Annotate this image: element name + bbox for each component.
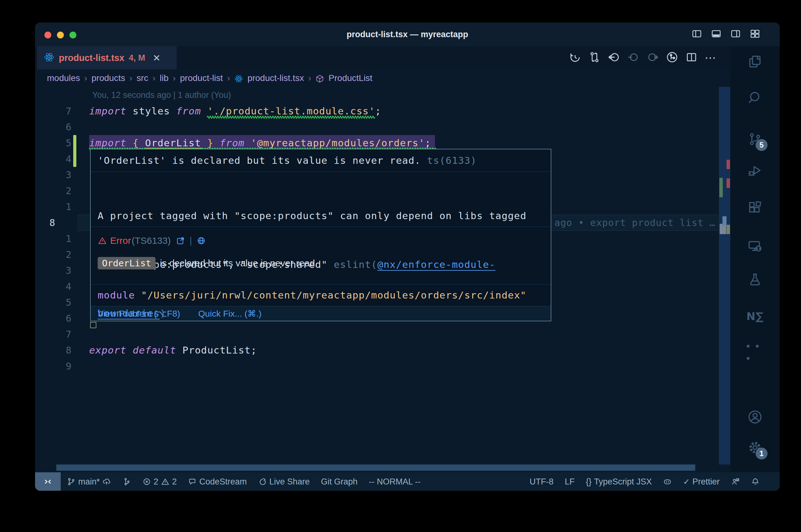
notifications-bell-item[interactable]: [751, 477, 760, 486]
account-icon[interactable]: [746, 408, 764, 426]
toggle-right-sidebar-icon[interactable]: [730, 28, 741, 40]
view-problem-action[interactable]: View Problem (⌥F8): [98, 308, 180, 319]
overview-ruler-warning-marker: [727, 225, 730, 234]
remote-explorer-icon[interactable]: [746, 238, 764, 255]
extensions-icon[interactable]: [746, 199, 764, 216]
split-editor-icon[interactable]: [685, 51, 698, 65]
gitlens-status-item[interactable]: [122, 477, 131, 486]
vscode-window: product-list.tsx — myreactapp product-li…: [35, 22, 780, 491]
next-change-icon[interactable]: [647, 51, 659, 65]
problems-status-item[interactable]: 2 2: [142, 477, 177, 487]
line-number: 2: [37, 247, 71, 263]
identifier: styles: [133, 105, 170, 117]
source-control-icon[interactable]: 5: [746, 130, 764, 148]
close-tab-icon[interactable]: ✕: [153, 53, 161, 63]
search-icon[interactable]: [746, 89, 764, 106]
overview-ruler-modified-marker: [719, 178, 723, 197]
modified-lines-gutter-indicator: [73, 135, 76, 167]
tab-bar: product-list.tsx 4, M ✕ ⋯: [35, 46, 730, 70]
breadcrumb-separator: ›: [153, 73, 156, 83]
warning-triangle-icon: [98, 236, 107, 245]
module-path-section: module "/Users/juri/nrwl/content/myreact…: [91, 284, 551, 306]
string-literal: './product-list.module.css': [207, 103, 375, 119]
breadcrumb-item[interactable]: products: [92, 73, 125, 83]
branch-status-item[interactable]: main*: [67, 477, 111, 487]
line-number: 7: [37, 103, 71, 119]
inline-blame-annotation: ago • export product list …: [554, 215, 715, 231]
remote-indicator[interactable]: [35, 472, 61, 491]
module-path: "/Users/juri/nrwl/content/myreactapp/mod…: [141, 289, 527, 301]
codestream-status-item[interactable]: CodeStream: [188, 477, 247, 487]
open-external-icon[interactable]: [176, 236, 185, 245]
customize-layout-icon[interactable]: [750, 28, 760, 40]
editor-actions: ⋯: [569, 46, 717, 70]
quick-fix-action[interactable]: Quick Fix... (⌘.): [198, 308, 261, 319]
timeline-history-icon[interactable]: [569, 51, 581, 65]
line-number: 8: [37, 342, 71, 358]
tab-product-list[interactable]: product-list.tsx 4, M ✕: [37, 46, 177, 70]
breadcrumb-item[interactable]: product-list.tsx: [248, 73, 304, 83]
prettier-status-item[interactable]: ✓Prettier: [683, 477, 720, 487]
line-number: 6: [37, 310, 71, 326]
navigate-back-icon[interactable]: [608, 51, 620, 65]
eslint-rule-link[interactable]: @nx/enforce-module-: [377, 259, 495, 270]
breadcrumb-item[interactable]: ProductList: [329, 73, 372, 83]
breadcrumb-item[interactable]: src: [137, 73, 148, 83]
line-number: 9: [37, 358, 71, 374]
language-status-item[interactable]: {}TypeScript JSX: [586, 477, 652, 487]
status-bar: main* 2 2 CodeStream Live Share Git Grap…: [35, 472, 780, 491]
copilot-status-item[interactable]: [663, 477, 672, 486]
live-share-status-item[interactable]: Live Share: [258, 477, 310, 487]
settings-gear-icon[interactable]: 1: [746, 439, 764, 456]
keyword: from: [176, 105, 201, 117]
ts-error-message: 'OrderList' is declared but its value is…: [98, 155, 421, 166]
code-line-import-styles[interactable]: import styles from './product-list.modul…: [89, 103, 381, 119]
breadcrumb-item[interactable]: product-list: [180, 73, 223, 83]
keyword: import: [89, 137, 126, 149]
window-title: product-list.tsx — myreactapp: [35, 22, 780, 46]
toggle-left-sidebar-icon[interactable]: [691, 28, 702, 40]
check-icon: ✓: [683, 477, 690, 487]
error-count: 2: [153, 477, 158, 487]
eol-status-item[interactable]: LF: [565, 477, 575, 487]
toggle-panel-icon[interactable]: [711, 28, 722, 40]
breadcrumb-separator: ›: [85, 73, 87, 83]
overview-ruler-error-marker: [727, 160, 730, 169]
line-number: 1: [37, 199, 71, 215]
vertical-scrollbar-track[interactable]: [719, 87, 730, 464]
horizontal-scrollbar-thumb[interactable]: [56, 464, 695, 471]
error-hover-tooltip: 'OrderList' is declared but its value is…: [90, 149, 551, 321]
line-number: 6: [37, 119, 71, 135]
previous-change-icon[interactable]: [627, 51, 640, 65]
encoding-status-item[interactable]: UTF-8: [530, 477, 554, 487]
ts-error-section: 'OrderList' is declared but its value is…: [91, 149, 551, 172]
line-number: 3: [37, 167, 71, 183]
test-beaker-icon[interactable]: [746, 271, 764, 288]
open-changes-icon[interactable]: [588, 51, 601, 65]
globe-icon[interactable]: [197, 236, 206, 245]
nx-console-icon[interactable]: N∑: [746, 308, 764, 325]
tooltip-resize-handle[interactable]: [90, 322, 96, 328]
symbol-badge: OrderList: [98, 257, 156, 269]
line-number: 2: [37, 183, 71, 199]
breadcrumb-item[interactable]: lib: [160, 73, 169, 83]
feedback-status-item[interactable]: [731, 477, 740, 486]
publish-cloud-icon: [102, 477, 111, 486]
git-graph-run-icon[interactable]: [666, 51, 678, 65]
source-control-badge: 5: [756, 139, 767, 151]
live-share-icon: [258, 477, 267, 486]
breadcrumb-separator: ›: [173, 73, 176, 83]
live-share-label: Live Share: [269, 477, 310, 487]
separator: |: [189, 235, 192, 246]
git-graph-status-item[interactable]: Git Graph: [321, 477, 358, 487]
breadcrumb-item[interactable]: modules: [47, 73, 80, 83]
vim-mode-indicator[interactable]: -- NORMAL --: [369, 477, 420, 487]
react-icon: [44, 52, 54, 64]
vertical-scrollbar-thumb[interactable]: [723, 216, 727, 226]
string-literal: '@myreactapp/modules/orders': [251, 137, 425, 149]
codestream-icon: [188, 477, 197, 486]
additional-views-icon[interactable]: • • •: [746, 343, 764, 361]
more-actions-icon[interactable]: ⋯: [705, 52, 717, 64]
run-debug-icon[interactable]: [746, 162, 764, 179]
explorer-icon[interactable]: [746, 53, 764, 70]
